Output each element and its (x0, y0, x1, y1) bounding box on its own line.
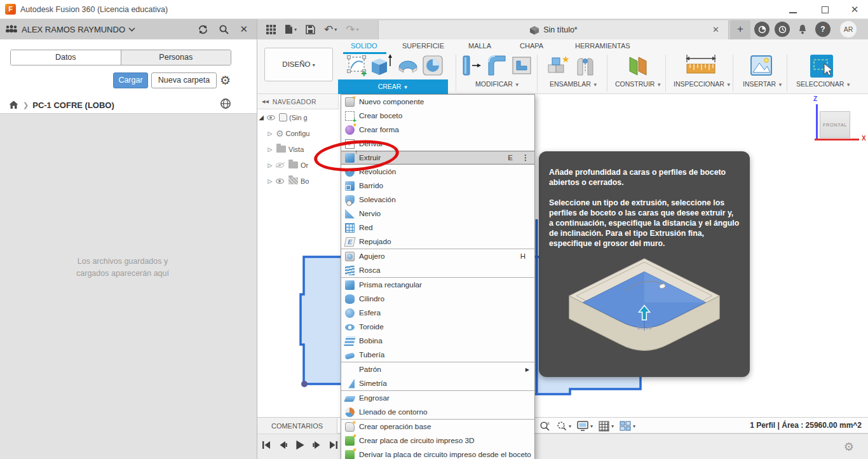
menu-item-patron[interactable]: Patrón▶ (341, 362, 534, 376)
menu-item-toroide[interactable]: Toroide (341, 320, 534, 334)
tab-personas[interactable]: Personas (121, 50, 231, 65)
close-window-button[interactable]: ✕ (845, 4, 864, 15)
new-folder-button[interactable]: Nueva carpeta (151, 72, 217, 88)
skip-start-icon[interactable] (261, 440, 271, 450)
menu-item-nuevo-componente[interactable]: Nuevo componente (341, 95, 534, 109)
menu-item-llenado-de-contorno[interactable]: Llenado de contorno (341, 405, 534, 419)
select-icon[interactable] (809, 53, 834, 79)
menu-item-esfera[interactable]: Esfera (341, 306, 534, 320)
close-panel-icon[interactable]: ✕ (240, 24, 248, 35)
user-menu[interactable]: ALEX RAMOS RAYMUNDO (22, 25, 125, 34)
menu-item-simetria[interactable]: Simetría (341, 376, 534, 390)
tab-superficie[interactable]: SUPERFICIE (402, 42, 444, 50)
step-back-icon[interactable] (278, 440, 288, 450)
upload-button[interactable]: Cargar (113, 72, 148, 88)
collapse-left-icon[interactable]: ◀◀ (262, 99, 269, 104)
group-construir[interactable]: CONSTRUIR ▼ (615, 80, 661, 88)
tab-herramientas[interactable]: HERRAMIENTAS (575, 42, 630, 50)
insert-image-icon[interactable] (749, 53, 773, 78)
grid-icon[interactable]: ▾ (599, 421, 614, 432)
menu-item-extruir[interactable]: ExtruirE⋮ (341, 151, 534, 165)
viewcube[interactable]: FRONTAL Z X (807, 95, 868, 146)
visibility-off-eye-icon[interactable] (276, 163, 284, 168)
clock-icon[interactable] (775, 22, 790, 37)
globe-icon[interactable] (220, 98, 231, 109)
file-menu-button[interactable]: ▾ (285, 24, 297, 34)
expanded-icon[interactable]: ◢ (257, 114, 265, 121)
menu-item-nervio[interactable]: Nervio (341, 207, 534, 221)
menu-item-derivar-la-placa-de-circuito-impreso-desde-el-boceto[interactable]: Derivar la placa de circuito impreso des… (341, 448, 534, 459)
group-insertar[interactable]: INSERTAR ▼ (743, 80, 783, 88)
menu-item-rosca[interactable]: Rosca (341, 263, 534, 277)
joint-icon[interactable] (574, 53, 597, 79)
avatar[interactable]: AR (840, 21, 857, 38)
create-sketch-icon[interactable]: + (346, 53, 368, 78)
menu-item-revolucion[interactable]: Revolución (341, 165, 534, 179)
menu-item-tuberia[interactable]: Tubería (341, 348, 534, 362)
tab-chapa[interactable]: CHAPA (520, 42, 543, 50)
save-icon[interactable] (306, 25, 315, 34)
zoom-icon[interactable]: ± (539, 421, 550, 432)
group-modificar[interactable]: MODIFICAR ▼ (475, 80, 520, 88)
new-tab-button[interactable]: + (730, 20, 750, 39)
menu-item-agujero[interactable]: AgujeroH (341, 249, 534, 263)
construction-plane-icon[interactable] (625, 53, 650, 79)
visibility-eye-icon[interactable] (276, 179, 284, 184)
step-forward-icon[interactable] (312, 440, 322, 450)
menu-item-repujado[interactable]: Repujado (341, 235, 534, 249)
tab-solido[interactable]: SOLIDO (351, 42, 377, 50)
refresh-icon[interactable] (198, 24, 208, 35)
tab-malla[interactable]: MALLA (468, 42, 491, 50)
maximize-button[interactable] (815, 4, 834, 15)
close-tab-icon[interactable]: ✕ (712, 25, 719, 34)
bell-icon[interactable] (795, 22, 810, 37)
document-tab[interactable]: Sin título* ✕ (378, 20, 729, 39)
collapsed-icon[interactable]: ▷ (266, 146, 274, 153)
group-seleccionar[interactable]: SELECCIONAR ▼ (796, 80, 851, 88)
viewports-icon[interactable]: ▾ (620, 421, 635, 431)
comments-tab[interactable]: COMENTARIOS (257, 417, 337, 434)
navigator-item-configuracion[interactable]: ▷ ⚙ Configu (257, 125, 339, 141)
play-icon[interactable] (294, 439, 306, 451)
menu-item-cilindro[interactable]: Cilindro (341, 292, 534, 306)
navigator-item-origen[interactable]: ▷ Or (257, 157, 339, 173)
navigator-root-row[interactable]: ◢ (Sin g (257, 109, 339, 125)
shell-icon[interactable] (510, 53, 533, 78)
viewcube-front-face[interactable]: FRONTAL (820, 111, 850, 138)
menu-item-barrido[interactable]: Barrido (341, 179, 534, 193)
undo-button[interactable]: ↶▾ (324, 23, 337, 36)
menu-item-crear-operacion-base[interactable]: Crear operación base (341, 420, 534, 434)
menu-item-prisma-rectangular[interactable]: Prisma rectangular (341, 278, 534, 292)
menu-item-crear-forma[interactable]: Crear forma (341, 123, 534, 137)
press-pull-icon[interactable] (461, 53, 482, 79)
new-component-icon[interactable]: ★ (546, 53, 569, 79)
menu-item-red[interactable]: Red (341, 221, 534, 235)
measure-icon[interactable] (684, 53, 717, 79)
menu-item-crear-boceto[interactable]: Crear boceto (341, 109, 534, 123)
zoom-window-icon[interactable]: ▾ (556, 421, 571, 432)
extrude-icon[interactable] (370, 53, 393, 79)
collapsed-icon[interactable]: ▷ (266, 130, 274, 137)
timeline-settings-gear-icon[interactable]: ⚙ (844, 440, 854, 454)
menu-item-bobina[interactable]: Bobina (341, 334, 534, 348)
menu-item-solevacion[interactable]: Solevación (341, 193, 534, 207)
breadcrumb-project[interactable]: PC-1 COFRE (LOBO) (32, 100, 114, 110)
minimize-button[interactable] (783, 4, 803, 15)
menu-item-derivar[interactable]: Derivar (341, 137, 534, 151)
group-ensamblar[interactable]: ENSAMBLAR ▼ (550, 80, 598, 88)
menu-item-engrosar[interactable]: Engrosar (341, 391, 534, 405)
data-settings-gear-icon[interactable]: ⚙ (220, 73, 231, 88)
chevron-down-icon[interactable] (128, 27, 135, 32)
extensions-icon[interactable] (754, 22, 770, 37)
navigator-item-bocetos[interactable]: ▷ Bo (257, 173, 339, 189)
fillet-icon[interactable] (486, 53, 508, 78)
hole-icon[interactable] (421, 53, 444, 78)
navigator-item-vistas[interactable]: ▷ Vista (257, 141, 339, 157)
revolve-icon[interactable] (396, 53, 420, 78)
display-settings-icon[interactable]: ▾ (577, 421, 593, 431)
workspace-selector[interactable]: DISEÑO ▾ (264, 48, 333, 81)
more-options-icon[interactable]: ⋮ (522, 153, 529, 162)
group-inspeccionar[interactable]: INSPECCIONAR ▼ (674, 80, 731, 88)
redo-button[interactable]: ↷▾ (346, 23, 358, 36)
help-icon[interactable]: ? (815, 22, 831, 37)
